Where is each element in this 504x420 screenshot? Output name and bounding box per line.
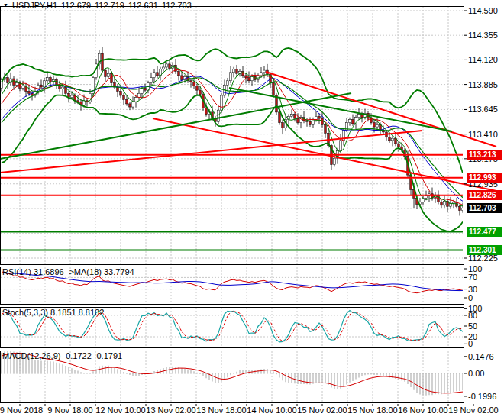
time-axis-label: 14 Nov 10:00 [247,405,296,415]
rsi-scale-label: 0 [468,293,473,302]
rsi-scale-label: 70 [468,273,477,282]
macd-indicator-label: MACD(12,26,9) -0.1722 -0.1791 [2,351,122,360]
time-axis-label: 13 Nov 18:00 [196,405,246,415]
price-level-badge: 112.301 [467,245,502,255]
price-tick-label: 114.355 [468,31,498,40]
price-level-badge: 113.213 [467,150,502,160]
macd-scale-label: 0.1476 [468,352,494,361]
price-level-badge: 112.477 [467,227,502,237]
stoch-scale-label: 50 [468,321,477,331]
macd-scale-label: 0.00 [468,369,484,378]
quote-close: 112.703 [162,1,192,10]
chart-title: ▼USDJPY,H1112.679112.719112.631112.703 [3,1,195,10]
symbol-period-label: USDJPY,H1 [12,1,57,10]
time-axis-label: 9 Nov 2018 [0,405,43,415]
stoch-indicator-label: Stoch(5,3,3) 8.1851 8.8102 [2,308,104,317]
chart-dropdown-icon[interactable]: ▼ [3,2,8,8]
price-level-badge: 112.993 [467,173,502,183]
rsi-indicator-label: RSI(14) 31.6896 ->MA(18) 33.7794 [2,267,134,276]
time-axis-label: 16 Nov 10:00 [398,405,447,415]
price-tick-label: 114.590 [468,6,498,15]
quote-open: 112.679 [61,1,91,10]
stoch-scale-label: 80 [468,311,477,320]
rsi-scale-label: 100 [468,264,482,273]
price-tick-label: 113.645 [468,105,498,114]
quote-low: 112.631 [128,1,158,10]
price-tick-label: 113.885 [468,80,498,89]
time-axis-label: 9 Nov 18:00 [47,405,92,415]
macd-scale-label: -0.1996 [468,392,496,401]
stoch-scale-label: 0 [468,339,473,348]
rsi-scale-label: 30 [468,285,477,294]
mt4-chart-window: ▼USDJPY,H1112.679112.719112.631112.703 R… [0,0,504,420]
grid-layer [1,7,463,402]
price-tick-label: 113.410 [468,130,498,139]
price-level-badge: 112.826 [467,190,502,200]
time-axis-label: 12 Nov 10:00 [95,405,145,415]
quote-high: 112.719 [95,1,124,10]
time-axis-label: 15 Nov 02:00 [297,405,347,415]
time-axis-label: 15 Nov 18:00 [347,405,397,415]
current-price-badge: 112.703 [467,203,502,213]
time-axis-label: 13 Nov 02:00 [146,405,195,415]
price-tick-label: 114.120 [468,55,498,64]
time-axis-label: 19 Nov 02:00 [448,405,498,415]
